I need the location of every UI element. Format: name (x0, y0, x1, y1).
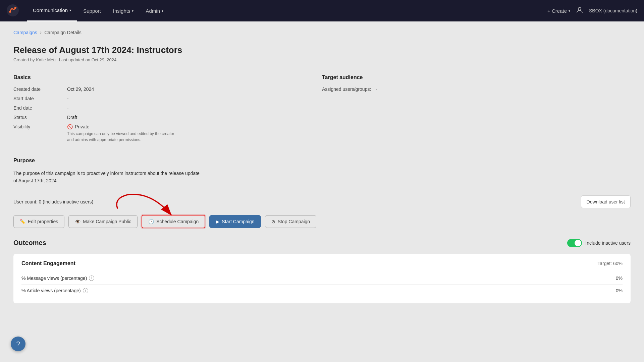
top-navigation: Communication ▾ Support Insights ▾ Admin… (0, 0, 644, 21)
chevron-down-icon: ▾ (162, 9, 163, 13)
breadcrumb-separator: › (40, 29, 42, 36)
start-campaign-button[interactable]: ▶ Start Campaign (209, 215, 261, 228)
edit-icon: ✏️ (20, 219, 25, 224)
outcomes-header: Outcomes Include inactive users (13, 239, 631, 247)
nav-item-support[interactable]: Support (77, 0, 107, 21)
field-assigned-users: Assigned users/groups: - (322, 86, 631, 92)
purpose-section: Purpose The purpose of this campaign is … (13, 158, 631, 185)
action-buttons: ✏️ Edit properties 👁️ Make Campaign Publ… (13, 215, 631, 228)
app-logo[interactable] (7, 4, 27, 17)
page-subtitle: Created by Katie Metz. Last updated on O… (13, 57, 631, 62)
play-icon: ▶ (216, 219, 219, 224)
org-label[interactable]: SBOX (documentation) (589, 8, 637, 13)
purpose-title: Purpose (13, 158, 631, 164)
help-button[interactable]: ? (11, 337, 25, 351)
outcomes-title: Outcomes (13, 239, 46, 247)
nav-items: Communication ▾ Support Insights ▾ Admin… (27, 0, 547, 21)
metric-row-message-views: % Message views (percentage) i 0% (21, 272, 623, 284)
stop-campaign-button[interactable]: ⊘ Stop Campaign (265, 215, 317, 228)
breadcrumb-current: Campaign Details (44, 30, 82, 35)
field-end-date: End date - (13, 105, 322, 111)
field-status: Status Draft (13, 115, 322, 120)
nav-right: + Create ▾ SBOX (documentation) (547, 6, 637, 16)
breadcrumb-campaigns-link[interactable]: Campaigns (13, 30, 37, 35)
stop-icon: ⊘ (271, 219, 275, 224)
engagement-header: Content Engagement Target: 60% (21, 260, 623, 266)
purpose-text: The purpose of this campaign is to proac… (13, 170, 201, 185)
make-campaign-public-button[interactable]: 👁️ Make Campaign Public (68, 215, 138, 228)
nav-item-insights[interactable]: Insights ▾ (107, 0, 140, 21)
svg-point-0 (7, 4, 19, 16)
metric-value-message-views: 0% (616, 276, 623, 281)
create-button[interactable]: + Create ▾ (547, 8, 570, 14)
user-count-text: User count: 0 (Includes inactive users) (13, 199, 93, 204)
eye-icon: 👁️ (75, 219, 80, 224)
target-audience-section: Target audience Assigned users/groups: - (322, 74, 631, 147)
target-label: Target: 60% (597, 261, 623, 266)
info-icon-article-views[interactable]: i (83, 288, 88, 293)
field-created-date: Created date Oct 29, 2024 (13, 86, 322, 92)
field-start-date: Start date - (13, 96, 322, 101)
eye-slash-icon: 🚫 (67, 124, 73, 129)
breadcrumb: Campaigns › Campaign Details (13, 29, 631, 36)
include-inactive-toggle: Include inactive users (567, 239, 631, 247)
field-visibility: Visibility 🚫 Private This campaign can o… (13, 124, 322, 143)
basics-section: Basics Created date Oct 29, 2024 Start d… (13, 74, 322, 147)
download-user-list-button[interactable]: Download user list (581, 195, 631, 208)
main-content: Campaigns › Campaign Details Release of … (0, 21, 644, 362)
action-buttons-container: ✏️ Edit properties 👁️ Make Campaign Publ… (13, 215, 631, 239)
private-note: This campaign can only be viewed and edi… (67, 131, 174, 143)
metric-row-article-views: % Article views (percentage) i 0% (21, 284, 623, 297)
svg-point-1 (9, 11, 11, 13)
engagement-title: Content Engagement (21, 260, 75, 266)
user-count-row: User count: 0 (Includes inactive users) … (13, 195, 631, 208)
target-audience-title: Target audience (322, 74, 631, 80)
chevron-down-icon: ▾ (132, 9, 133, 13)
edit-properties-button[interactable]: ✏️ Edit properties (13, 215, 64, 228)
page-title: Release of August 17th 2024: Instructors (13, 45, 631, 55)
info-icon-message-views[interactable]: i (89, 276, 94, 281)
svg-point-2 (14, 7, 16, 9)
metric-value-article-views: 0% (616, 288, 623, 293)
details-grid: Basics Created date Oct 29, 2024 Start d… (13, 74, 631, 147)
clock-icon: 🕐 (148, 219, 154, 224)
chevron-down-icon: ▾ (69, 8, 71, 12)
chevron-down-icon: ▾ (569, 9, 570, 13)
schedule-campaign-button[interactable]: 🕐 Schedule Campaign (142, 215, 205, 228)
nav-item-admin[interactable]: Admin ▾ (140, 0, 169, 21)
user-profile-icon[interactable] (576, 6, 584, 16)
svg-point-3 (578, 7, 581, 10)
nav-item-communication[interactable]: Communication ▾ (27, 0, 77, 21)
toggle-switch[interactable] (567, 239, 582, 247)
content-engagement-card: Content Engagement Target: 60% % Message… (13, 254, 631, 303)
basics-title: Basics (13, 74, 322, 80)
